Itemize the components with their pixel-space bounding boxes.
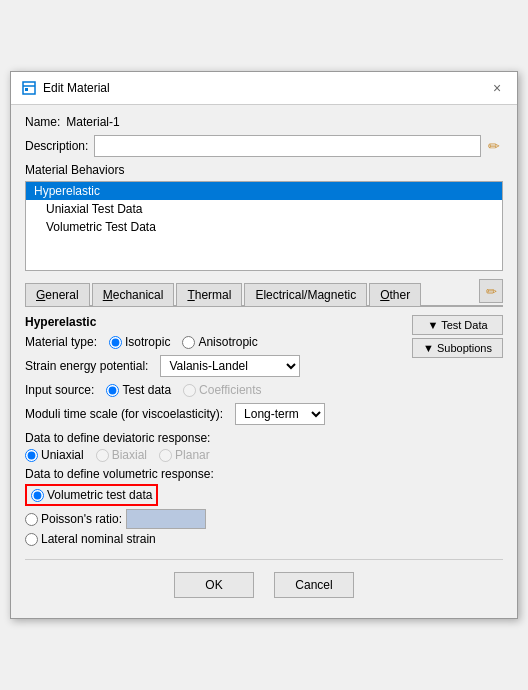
radio-biaxial-label[interactable]: Biaxial [96, 448, 147, 462]
title-bar: Edit Material × [11, 72, 517, 105]
deviatoric-section: Data to define deviatoric response: Unia… [25, 431, 404, 462]
radio-vol-testdata[interactable] [31, 489, 44, 502]
content-area: Hyperelastic Material type: Isotropic An… [25, 315, 503, 549]
tab-mechanical[interactable]: Mechanical [92, 283, 175, 306]
input-source-row: Input source: Test data Coefficients [25, 383, 404, 397]
deviatoric-label: Data to define deviatoric response: [25, 431, 398, 445]
description-input[interactable] [94, 135, 481, 157]
list-item-uniaxial[interactable]: Uniaxial Test Data [26, 200, 502, 218]
strain-energy-row: Strain energy potential: Valanis-Landel [25, 355, 404, 377]
material-type-label: Material type: [25, 335, 97, 349]
tab-bar: General Mechanical Thermal Electrical/Ma… [25, 279, 503, 307]
description-row: Description: ✏ [25, 135, 503, 157]
moduli-label: Moduli time scale (for viscoelasticity): [25, 407, 223, 421]
list-item-volumetric[interactable]: Volumetric Test Data [26, 218, 502, 236]
material-type-radio-group: Isotropic Anisotropic [109, 335, 258, 349]
lateral-strain-row: Lateral nominal strain [25, 532, 404, 546]
radio-isotropic-label[interactable]: Isotropic [109, 335, 170, 349]
material-behaviors-label: Material Behaviors [25, 163, 503, 177]
material-type-row: Material type: Isotropic Anisotropic [25, 335, 404, 349]
moduli-row: Moduli time scale (for viscoelasticity):… [25, 403, 404, 425]
vol-testdata-text: Volumetric test data [47, 488, 152, 502]
radio-vol-testdata-label[interactable]: Volumetric test data [31, 488, 152, 502]
content-left: Hyperelastic Material type: Isotropic An… [25, 315, 404, 549]
tab-electrical[interactable]: Electrical/Magnetic [244, 283, 367, 306]
description-label: Description: [25, 139, 88, 153]
tab-general[interactable]: General [25, 283, 90, 306]
edit-material-dialog: Edit Material × Name: Material-1 Descrip… [10, 71, 518, 619]
list-item-hyperelastic[interactable]: Hyperelastic [26, 182, 502, 200]
dialog-icon [21, 80, 37, 96]
name-row: Name: Material-1 [25, 115, 503, 129]
radio-lateral-label[interactable]: Lateral nominal strain [25, 532, 156, 546]
suboptions-button[interactable]: ▼ Suboptions [412, 338, 503, 358]
tab-other[interactable]: Other [369, 283, 421, 306]
tab-pencil-icon[interactable]: ✏ [479, 279, 503, 303]
radio-lateral[interactable] [25, 533, 38, 546]
radio-uniaxial-label[interactable]: Uniaxial [25, 448, 84, 462]
volumetric-label: Data to define volumetric response: [25, 467, 398, 481]
moduli-select[interactable]: Long-term [235, 403, 325, 425]
strain-energy-select[interactable]: Valanis-Landel [160, 355, 300, 377]
volumetric-test-data-row: Volumetric test data [25, 484, 404, 506]
description-pencil-icon[interactable]: ✏ [485, 137, 503, 155]
side-buttons: ▼ Test Data ▼ Suboptions [412, 315, 503, 549]
poissons-ratio-row: Poisson's ratio: [25, 509, 404, 529]
lateral-text: Lateral nominal strain [41, 532, 156, 546]
svg-rect-0 [23, 82, 35, 94]
radio-coefficients-label[interactable]: Coefficients [183, 383, 261, 397]
radio-anisotropic-label[interactable]: Anisotropic [182, 335, 257, 349]
radio-anisotropic[interactable] [182, 336, 195, 349]
strain-energy-label: Strain energy potential: [25, 359, 148, 373]
dialog-body: Name: Material-1 Description: ✏ Material… [11, 105, 517, 618]
poissons-text: Poisson's ratio: [41, 512, 122, 526]
tab-thermal[interactable]: Thermal [176, 283, 242, 306]
input-source-radio-group: Test data Coefficients [106, 383, 261, 397]
poissons-input[interactable] [126, 509, 206, 529]
radio-planar-label[interactable]: Planar [159, 448, 210, 462]
radio-coefficients[interactable] [183, 384, 196, 397]
name-value: Material-1 [66, 115, 119, 129]
radio-biaxial[interactable] [96, 449, 109, 462]
radio-isotropic[interactable] [109, 336, 122, 349]
volumetric-section: Data to define volumetric response: Volu… [25, 467, 404, 546]
svg-rect-2 [25, 88, 28, 91]
radio-testdata[interactable] [106, 384, 119, 397]
input-source-label: Input source: [25, 383, 94, 397]
radio-planar[interactable] [159, 449, 172, 462]
radio-poissons-label[interactable]: Poisson's ratio: [25, 512, 122, 526]
radio-uniaxial[interactable] [25, 449, 38, 462]
name-label: Name: [25, 115, 60, 129]
material-behaviors-list: Hyperelastic Uniaxial Test Data Volumetr… [25, 181, 503, 271]
test-data-button[interactable]: ▼ Test Data [412, 315, 503, 335]
deviatoric-radio-group: Uniaxial Biaxial Planar [25, 448, 404, 462]
volumetric-test-data-redbox: Volumetric test data [25, 484, 158, 506]
radio-testdata-label[interactable]: Test data [106, 383, 171, 397]
section-title: Hyperelastic [25, 315, 404, 329]
close-button[interactable]: × [487, 78, 507, 98]
bottom-buttons: OK Cancel [25, 559, 503, 608]
radio-poissons[interactable] [25, 513, 38, 526]
title-bar-left: Edit Material [21, 80, 110, 96]
ok-button[interactable]: OK [174, 572, 254, 598]
dialog-title: Edit Material [43, 81, 110, 95]
cancel-button[interactable]: Cancel [274, 572, 354, 598]
